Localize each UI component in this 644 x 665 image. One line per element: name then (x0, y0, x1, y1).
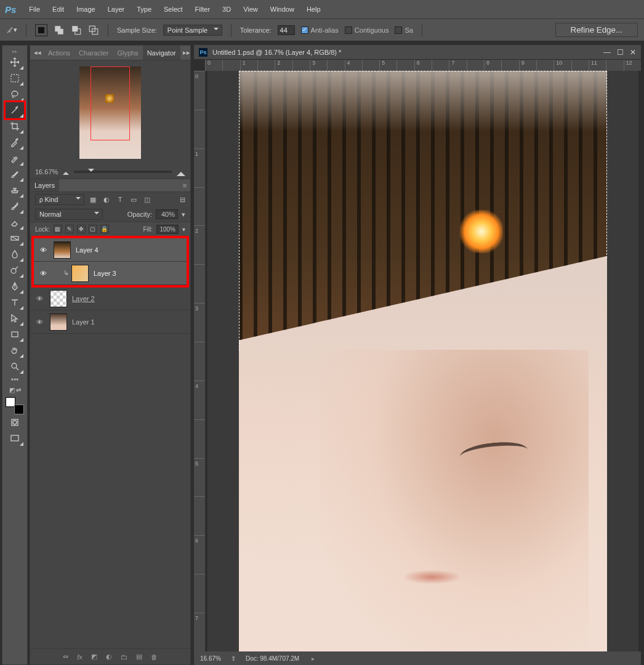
tolerance-input[interactable]: 44 (278, 25, 295, 35)
pen-tool[interactable] (6, 278, 24, 294)
tools-collapse-handle[interactable]: ▸▸ (2, 48, 27, 54)
blend-mode-dropdown[interactable]: Normal (35, 209, 103, 220)
canvas[interactable] (207, 71, 638, 651)
add-to-selection-mode[interactable] (54, 25, 65, 36)
layer-row-layer2[interactable]: 👁 Layer 2 (30, 287, 190, 310)
tool-preset-picker[interactable]: ▾ (6, 25, 17, 36)
tab-glyphs[interactable]: Glyphs (113, 46, 142, 60)
menu-window[interactable]: Window (265, 3, 300, 15)
menu-3d[interactable]: 3D (217, 3, 236, 15)
menu-image[interactable]: Image (71, 3, 101, 15)
lock-position-icon[interactable]: ✥ (77, 225, 86, 233)
swap-colors-icon[interactable]: ⇄ (16, 387, 21, 393)
blur-tool[interactable] (6, 246, 24, 262)
default-colors-icon[interactable]: ◩ (9, 387, 15, 393)
adjustment-layer-icon[interactable]: ◐ (106, 653, 112, 661)
zoom-tool[interactable] (6, 358, 24, 374)
visibility-toggle-icon[interactable]: 👁 (38, 268, 49, 279)
sample-size-dropdown[interactable]: Point Sample (163, 25, 222, 36)
tab-navigator[interactable]: Navigator (143, 46, 180, 60)
sample-all-checkbox[interactable]: Sa (395, 26, 413, 34)
status-share-icon[interactable]: ⇪ (231, 655, 236, 662)
intersect-selection-mode[interactable] (88, 25, 99, 36)
visibility-toggle-icon[interactable]: 👁 (34, 316, 45, 328)
document-tab[interactable]: Ps Untitled 1.psd @ 16.7% (Layer 4, RGB/… (194, 45, 641, 60)
navigator-zoom-slider[interactable] (74, 171, 172, 173)
eraser-tool[interactable] (6, 214, 24, 230)
edit-toolbar-button[interactable]: ••• (11, 376, 19, 384)
fill-input[interactable]: 100% (156, 225, 179, 234)
status-zoom[interactable]: 16.67% (200, 655, 221, 662)
window-close-button[interactable]: ✕ (630, 48, 636, 57)
status-menu-icon[interactable]: ▸ (312, 655, 315, 662)
layer-mask-icon[interactable]: ◩ (91, 653, 97, 661)
window-minimize-button[interactable]: — (603, 48, 611, 57)
menu-layer[interactable]: Layer (102, 3, 131, 15)
layers-panel-menu-icon[interactable]: ≡ (179, 182, 190, 189)
layer-name-label[interactable]: Layer 3 (94, 270, 116, 277)
menu-filter[interactable]: Filter (190, 3, 215, 15)
layer-filter-icons[interactable]: ▦ ◐ T ▭ ◫ (88, 195, 152, 204)
panel-collapse-handle-right[interactable]: ▸▸ (183, 49, 190, 57)
opacity-input[interactable]: 40% (156, 209, 178, 219)
navigator-preview[interactable] (30, 60, 190, 165)
crop-tool[interactable] (6, 118, 24, 134)
new-layer-icon[interactable]: ▤ (136, 653, 142, 661)
hand-tool[interactable] (6, 342, 24, 358)
eyedropper-tool[interactable] (6, 134, 24, 150)
healing-brush-tool[interactable] (6, 150, 24, 166)
quick-mask-toggle[interactable] (6, 414, 24, 430)
visibility-toggle-icon[interactable]: 👁 (38, 244, 49, 256)
contiguous-checkbox[interactable]: Contiguous (345, 26, 389, 34)
path-selection-tool[interactable] (6, 310, 24, 326)
filter-type-icon[interactable]: T (115, 195, 125, 204)
group-layers-icon[interactable]: 🗀 (121, 653, 127, 661)
lock-pixels-icon[interactable]: ✎ (65, 225, 74, 233)
dodge-tool[interactable] (6, 262, 24, 278)
layer-thumbnail[interactable] (71, 265, 89, 282)
fill-dropdown-icon[interactable]: ▾ (182, 226, 185, 233)
panel-collapse-handle[interactable]: ◂◂ (34, 49, 41, 57)
ruler-horizontal[interactable]: 0123456789101112 (205, 60, 641, 71)
filter-adjust-icon[interactable]: ◐ (102, 195, 111, 204)
link-layers-icon[interactable]: ⇔ (63, 653, 68, 661)
move-tool[interactable] (6, 54, 24, 70)
marquee-tool[interactable] (6, 70, 24, 86)
lock-artboard-icon[interactable]: ▢ (89, 225, 97, 233)
rectangle-tool[interactable] (6, 326, 24, 342)
window-maximize-button[interactable]: ☐ (617, 48, 624, 57)
opacity-dropdown-icon[interactable]: ▾ (182, 211, 185, 219)
layer-thumbnail[interactable] (50, 313, 67, 331)
menu-select[interactable]: Select (158, 3, 188, 15)
filter-pixel-icon[interactable]: ▦ (88, 195, 98, 204)
lock-transparency-icon[interactable]: ▨ (54, 225, 62, 233)
layer-name-label[interactable]: Layer 4 (76, 246, 99, 254)
visibility-toggle-icon[interactable]: 👁 (34, 293, 45, 304)
navigator-zoom-value[interactable]: 16.67% (35, 168, 58, 175)
color-swatches[interactable] (6, 397, 24, 414)
layer-thumbnail[interactable] (54, 241, 71, 259)
gradient-tool[interactable] (6, 230, 24, 246)
menu-type[interactable]: Type (131, 3, 157, 15)
magic-wand-tool[interactable] (6, 102, 24, 118)
filter-shape-icon[interactable]: ▭ (129, 195, 139, 204)
refine-edge-button[interactable]: Refine Edge... (555, 23, 638, 37)
zoom-in-icon[interactable] (177, 167, 185, 176)
tab-layers[interactable]: Layers (30, 179, 59, 191)
status-doc-size[interactable]: Doc: 98.4M/707.2M (246, 655, 299, 662)
menu-file[interactable]: File (23, 3, 46, 15)
layer-row-layer4[interactable]: 👁 Layer 4 (34, 238, 187, 262)
ruler-vertical[interactable]: 01234567 (194, 71, 205, 651)
brush-tool[interactable] (6, 166, 24, 182)
delete-layer-icon[interactable]: 🗑 (151, 653, 158, 661)
tab-actions[interactable]: Actions (44, 46, 74, 60)
menu-help[interactable]: Help (301, 3, 326, 15)
menu-view[interactable]: View (238, 3, 264, 15)
filter-toggle-switch[interactable]: ⊟ (180, 196, 185, 204)
clone-stamp-tool[interactable] (6, 182, 24, 198)
layer-row-layer1[interactable]: 👁 Layer 1 (30, 310, 190, 334)
lock-all-icon[interactable]: 🔒 (100, 225, 109, 233)
zoom-out-icon[interactable] (63, 169, 69, 175)
layer-fx-icon[interactable]: fx (77, 653, 83, 661)
screen-mode-toggle[interactable] (6, 430, 24, 446)
